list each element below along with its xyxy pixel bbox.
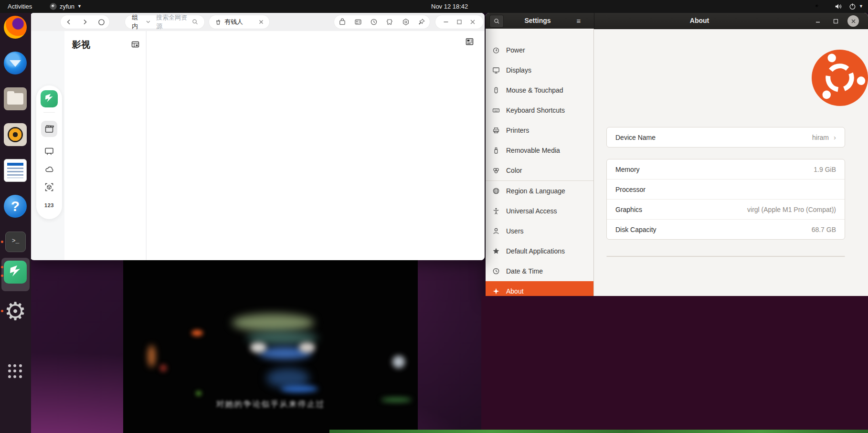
ubuntu-logo	[812, 50, 868, 106]
video-blob	[148, 345, 155, 367]
video-blob	[392, 356, 405, 368]
sidebar-item-date-time[interactable]: Date & Time	[486, 261, 593, 281]
close-button[interactable]	[847, 15, 859, 27]
app-menu[interactable]: zyfun ▼	[50, 0, 82, 13]
puzzle-extension-icon[interactable]	[382, 15, 398, 29]
video-blob	[196, 391, 201, 396]
sidebar-item-keyboard-shortcuts[interactable]: Keyboard Shortcuts	[486, 100, 593, 120]
media-tab[interactable]: 有钱人	[209, 15, 269, 29]
keyboard-icon	[492, 106, 500, 114]
zyfun-body: 123 影视	[30, 31, 485, 260]
cup-icon	[215, 19, 222, 25]
volume-icon[interactable]	[835, 3, 842, 10]
panel-title: 影视	[72, 39, 90, 51]
chevron-down-icon	[146, 21, 150, 23]
id-card-icon[interactable]	[350, 15, 366, 29]
forward-button[interactable]	[77, 15, 93, 29]
terminal-window[interactable]	[481, 296, 868, 433]
video-blob	[299, 342, 315, 353]
bag-icon[interactable]	[335, 15, 350, 29]
zyfun-tray-icon[interactable]	[814, 3, 821, 10]
region-icon	[492, 187, 500, 195]
dock-libreoffice-writer-icon[interactable]	[4, 159, 27, 182]
target-icon[interactable]	[398, 15, 413, 29]
search-icon[interactable]	[192, 19, 199, 25]
sidebar-item-label: Mouse & Touchpad	[506, 86, 563, 94]
about-row: Memory1.9 GiB	[607, 159, 845, 180]
dock-zyfun-icon[interactable]	[4, 261, 27, 284]
rail-item-resource-scan[interactable]	[41, 179, 57, 195]
about-row: Disk Capacity68.7 GB	[607, 220, 845, 239]
video-blob	[281, 385, 318, 392]
sidebar-item-removable-media[interactable]: Removable Media	[486, 140, 593, 160]
sidebar-item-label: Users	[506, 227, 524, 235]
row-value: virgl (Apple M1 Pro (Compat))	[747, 206, 836, 213]
sidebar-item-label: Universal Access	[506, 207, 557, 215]
sidebar-item-power[interactable]: Power	[486, 40, 593, 60]
search-bar[interactable]: 组内 搜索全网资源	[125, 15, 204, 29]
video-player[interactable]: 对她的争论似乎从来停止过	[123, 260, 418, 433]
sidebar-item-printers[interactable]: Printers	[486, 120, 593, 140]
system-menu-chevron[interactable]: ▼	[859, 0, 863, 13]
sidebar-item-universal-access[interactable]: Universal Access	[486, 201, 593, 221]
settings-search-button[interactable]	[489, 15, 504, 28]
bottom-green-strip	[329, 430, 868, 433]
dock-help-icon[interactable]: ?	[4, 195, 27, 218]
about-panel: Device Name hiram › Memory1.9 GiBProcess…	[594, 29, 868, 296]
maximize-button[interactable]	[456, 15, 462, 29]
back-button[interactable]	[61, 15, 77, 29]
sidebar-item-about[interactable]: About	[486, 281, 593, 296]
sidebar-item-label: About	[506, 287, 524, 295]
minimize-button[interactable]	[812, 15, 824, 27]
dock-zyfun-tile[interactable]	[1, 258, 30, 291]
dock-files-icon[interactable]	[4, 87, 27, 110]
close-button[interactable]	[470, 15, 476, 29]
settings-headerbar: Settings ≡ About	[486, 13, 868, 29]
tab-close-icon[interactable]	[259, 20, 264, 24]
sidebar-item-users[interactable]: Users	[486, 221, 593, 241]
rail-item-cloud[interactable]	[41, 161, 57, 177]
show-applications-button[interactable]	[8, 364, 22, 379]
device-name-row[interactable]: Device Name hiram ›	[607, 127, 845, 147]
video-blob	[232, 314, 314, 332]
dock-firefox-icon[interactable]	[4, 16, 27, 39]
dock-settings-icon[interactable]: ⚙	[4, 300, 27, 323]
layout-toggle-icon[interactable]	[466, 38, 474, 46]
search-scope-select[interactable]: 组内	[132, 13, 144, 31]
zyfun-window-controls	[435, 15, 483, 29]
dock-terminal-icon[interactable]: >_	[5, 232, 26, 252]
zyfun-logo[interactable]	[41, 90, 58, 107]
minimize-button[interactable]	[443, 15, 449, 29]
chevron-right-icon: ›	[834, 133, 836, 141]
row-value: 1.9 GiB	[814, 166, 836, 173]
menu-button[interactable]: ≡	[571, 15, 587, 27]
row-label: Device Name	[615, 134, 656, 141]
sidebar-item-mouse-touchpad[interactable]: Mouse & Touchpad	[486, 80, 593, 100]
search-icon	[494, 18, 500, 24]
dock-thunderbird-icon[interactable]	[4, 52, 27, 74]
history-clock-icon[interactable]	[366, 15, 381, 29]
rail-item-numbers[interactable]: 123	[41, 197, 57, 213]
sidebar-item-displays[interactable]: Displays	[486, 60, 593, 80]
refresh-button[interactable]	[93, 15, 109, 29]
pin-icon[interactable]	[414, 15, 429, 29]
sidebar-item-default-applications[interactable]: Default Applications	[486, 241, 593, 261]
nav-button-group	[61, 15, 109, 29]
power-icon[interactable]	[849, 3, 856, 10]
activities-button[interactable]: Activities	[0, 0, 40, 13]
running-indicator	[1, 241, 3, 243]
row-label: Disk Capacity	[615, 226, 656, 233]
media-grid-panel	[146, 31, 485, 260]
search-input[interactable]: 搜索全网资源	[156, 13, 192, 31]
rail-item-live-tv[interactable]	[41, 143, 57, 159]
rail-divider	[43, 112, 55, 113]
rail-item-movies[interactable]	[41, 121, 57, 137]
dock-rhythmbox-icon[interactable]	[4, 123, 27, 146]
sidebar-item-region-language[interactable]: Region & Language	[486, 181, 593, 201]
sidebar-item-label: Removable Media	[506, 147, 560, 154]
list-display-icon[interactable]	[131, 41, 139, 49]
maximize-button[interactable]	[830, 15, 841, 27]
sidebar-item-color[interactable]: Color	[486, 160, 593, 181]
clock[interactable]: Nov 12 18:42	[431, 0, 468, 13]
running-indicator	[1, 266, 3, 268]
